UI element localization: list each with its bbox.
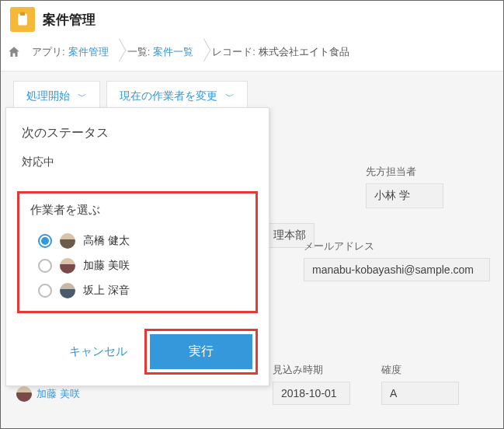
avatar [60,233,75,249]
popup-title: 次のステータス [22,125,253,141]
assignee-chip[interactable]: 加藤 美咲 [16,386,80,402]
execute-highlight: 実行 [144,329,258,375]
contact-label: 先方担当者 [366,165,495,179]
execute-button[interactable]: 実行 [150,334,252,369]
breadcrumb-label: レコード: [212,45,255,59]
content-area: 処理開始 ﹀ 現在の作業者を変更 ﹀ 理本部 先方担当者 小林 学 メールアドレ… [1,71,503,429]
assignee-option-label: 高橋 健太 [83,234,130,248]
breadcrumb-link: 案件管理 [68,45,109,59]
avatar [16,386,32,402]
breadcrumb-link: 株式会社エイト食品 [259,45,349,59]
radio-icon [38,234,52,248]
assignee-select-title: 作業者を選ぶ [30,203,245,218]
assignee-option[interactable]: 高橋 健太 [30,228,245,253]
breadcrumb: アプリ: 案件管理 一覧: 案件一覧 レコード: 株式会社エイト食品 [1,38,503,71]
clipboard-icon [10,7,35,32]
chevron-down-icon: ﹀ [225,90,235,103]
breadcrumb-item-list[interactable]: 一覧: 案件一覧 [121,41,207,63]
record-fields-row: 見込み時期 2018-10-01 確度 A [273,363,459,405]
button-label: 現在の作業者を変更 [120,89,217,103]
breadcrumb-label: 一覧: [127,45,151,59]
breadcrumb-item-record[interactable]: レコード: 株式会社エイト食品 [206,41,362,63]
assignee-option-label: 坂上 深音 [83,284,130,298]
avatar [60,283,75,298]
app-header: 案件管理 [1,1,503,38]
assignee-option[interactable]: 坂上 深音 [30,278,245,303]
popup-status-value: 対応中 [22,155,253,169]
popup-actions: キャンセル 実行 [22,329,258,375]
assignee-option-label: 加藤 美咲 [83,259,130,273]
breadcrumb-item-app[interactable]: アプリ: 案件管理 [26,41,121,63]
email-value: manabu-kobayashi@sample.com [304,258,490,281]
assignee-name: 加藤 美咲 [36,387,80,401]
breadcrumb-link: 案件一覧 [153,45,193,59]
cancel-button[interactable]: キャンセル [52,333,144,370]
assignee-select-box: 作業者を選ぶ 高橋 健太 加藤 美咲 坂上 深音 [17,191,258,313]
chevron-down-icon: ﹀ [78,90,87,103]
svg-rect-1 [20,12,26,16]
record-fields: 先方担当者 小林 学 メールアドレス manabu-kobayashi@samp… [273,165,495,312]
home-icon[interactable] [7,45,21,59]
button-label: 処理開始 [26,89,70,103]
lead-date-label: 見込み時期 [273,363,350,377]
assignee-option[interactable]: 加藤 美咲 [30,253,245,278]
page-title: 案件管理 [43,11,96,29]
certainty-label: 確度 [381,363,459,377]
radio-icon [38,259,52,273]
avatar [60,258,75,274]
contact-value: 小林 学 [366,183,443,208]
certainty-value: A [381,382,459,405]
status-popup: 次のステータス 対応中 作業者を選ぶ 高橋 健太 加藤 美咲 坂上 深音 キャン… [5,107,269,386]
lead-date-value: 2018-10-01 [273,382,350,405]
radio-icon [38,284,52,298]
email-label: メールアドレス [304,239,495,253]
breadcrumb-label: アプリ: [32,45,65,59]
